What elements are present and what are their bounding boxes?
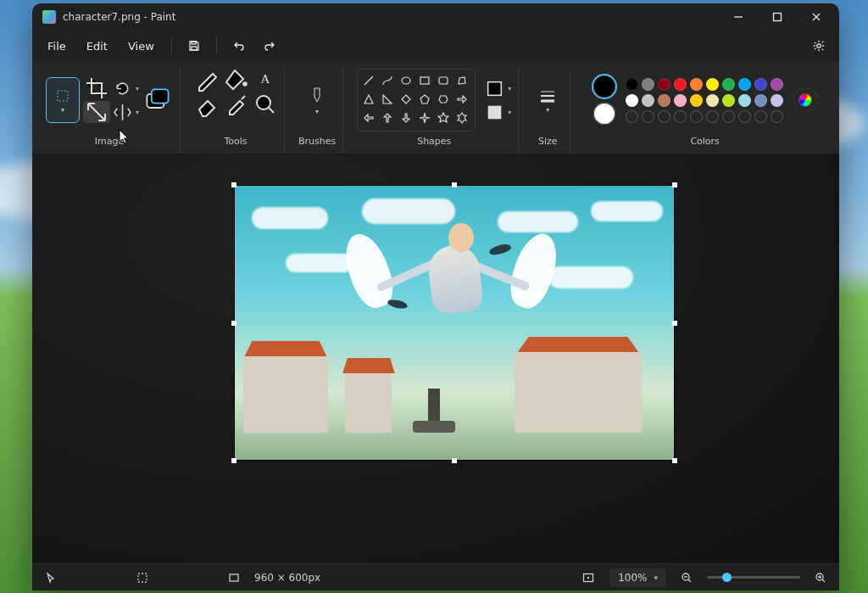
color-swatch[interactable] [722,78,735,91]
color-swatch[interactable] [674,94,687,107]
color-2[interactable] [593,103,615,125]
shape-outline-button[interactable] [484,77,511,99]
custom-color-slot[interactable] [626,110,638,123]
shape-rect[interactable] [417,73,432,88]
svg-rect-7 [58,91,68,101]
zoom-slider[interactable] [707,576,800,579]
custom-color-slot[interactable] [658,110,670,123]
color-1[interactable] [593,76,615,98]
menu-file[interactable]: File [39,35,75,58]
svg-rect-4 [192,42,196,44]
color-picker-tool[interactable] [223,93,250,115]
magnifier-tool[interactable] [252,93,279,115]
menubar: File Edit View [32,31,839,61]
shape-arrow-down[interactable] [398,110,414,126]
zoom-value: 100% [618,572,647,584]
maximize-button[interactable] [758,3,797,31]
redo-button[interactable] [256,32,283,59]
custom-color-slot[interactable] [754,110,767,123]
text-tool[interactable]: A [252,68,279,90]
custom-color-slot[interactable] [690,110,703,123]
color-swatch[interactable] [626,78,638,91]
shape-roundrect[interactable] [436,73,451,88]
shape-line[interactable] [361,73,376,88]
rotate-tool[interactable] [112,77,139,99]
shape-star5[interactable] [436,110,451,126]
shape-oval[interactable] [398,73,414,88]
custom-color-slot[interactable] [722,110,735,123]
svg-line-13 [364,76,373,85]
color-swatch[interactable] [642,94,654,107]
svg-marker-22 [439,96,448,103]
group-brushes: ▾ Brushes [292,66,343,154]
shape-pentagon[interactable] [417,92,432,107]
shape-arrow-right[interactable] [454,92,470,107]
color-swatch[interactable] [771,78,783,91]
color-swatch[interactable] [722,94,735,107]
fit-to-window-button[interactable] [577,567,599,589]
shape-polygon[interactable] [454,73,470,88]
group-label-tools: Tools [224,132,247,152]
edit-colors-button[interactable] [793,88,817,112]
color-swatch[interactable] [690,94,703,107]
fill-tool[interactable] [223,68,250,90]
settings-button[interactable] [805,32,832,59]
undo-button[interactable] [225,32,253,59]
resize-tool[interactable] [83,101,110,123]
color-swatch[interactable] [771,94,783,107]
group-image: ▾ Image [39,66,181,154]
zoom-in-button[interactable] [810,568,831,588]
color-swatch[interactable] [658,78,670,91]
pencil-tool[interactable] [194,68,221,90]
crop-tool[interactable] [83,77,110,99]
custom-color-slot[interactable] [642,110,654,123]
brushes-button[interactable]: ▾ [302,77,332,123]
color-swatch[interactable] [738,78,751,91]
shape-star4[interactable] [417,110,432,126]
shapes-gallery[interactable] [357,69,476,131]
shape-arrow-left[interactable] [361,110,376,126]
custom-color-slot[interactable] [706,110,719,123]
color-swatch[interactable] [706,78,719,91]
shape-star6[interactable] [454,110,470,126]
color-swatch[interactable] [738,94,751,107]
shape-diamond[interactable] [398,92,414,107]
color-swatch[interactable] [674,78,687,91]
image-layers-button[interactable] [142,85,173,115]
shape-curve[interactable] [380,73,395,88]
group-colors: Colors [577,66,832,154]
color-swatch[interactable] [754,78,767,91]
minimize-button[interactable] [719,3,758,31]
size-button[interactable]: ▾ [532,77,563,123]
eraser-tool[interactable] [194,93,221,115]
flip-tool[interactable] [112,101,139,123]
shape-right-triangle[interactable] [380,92,395,107]
shape-hexagon[interactable] [436,92,451,107]
svg-marker-19 [383,95,392,103]
menu-edit[interactable]: Edit [78,35,116,58]
svg-point-34 [587,576,589,578]
shape-arrow-up[interactable] [380,110,395,126]
color-swatch[interactable] [658,94,670,107]
svg-rect-5 [192,47,197,50]
group-label-size: Size [538,132,558,152]
custom-color-slot[interactable] [674,110,687,123]
close-button[interactable] [797,3,836,31]
color-swatch[interactable] [690,78,703,91]
color-swatch[interactable] [706,94,719,107]
shape-fill-button[interactable] [484,101,511,123]
select-tool[interactable]: ▾ [46,77,80,123]
save-button[interactable] [181,32,208,59]
custom-color-slot[interactable] [771,110,783,123]
custom-color-slot[interactable] [738,110,751,123]
color-swatch[interactable] [754,94,767,107]
canvas[interactable] [234,185,675,461]
color-swatch[interactable] [626,94,638,107]
menu-view[interactable]: View [120,35,163,58]
canvas-area[interactable] [32,154,839,563]
group-size: ▾ Size [526,66,570,154]
zoom-out-button[interactable] [676,568,697,588]
zoom-dropdown[interactable]: 100% ▾ [609,568,666,587]
shape-triangle[interactable] [361,92,376,107]
color-swatch[interactable] [642,78,654,91]
